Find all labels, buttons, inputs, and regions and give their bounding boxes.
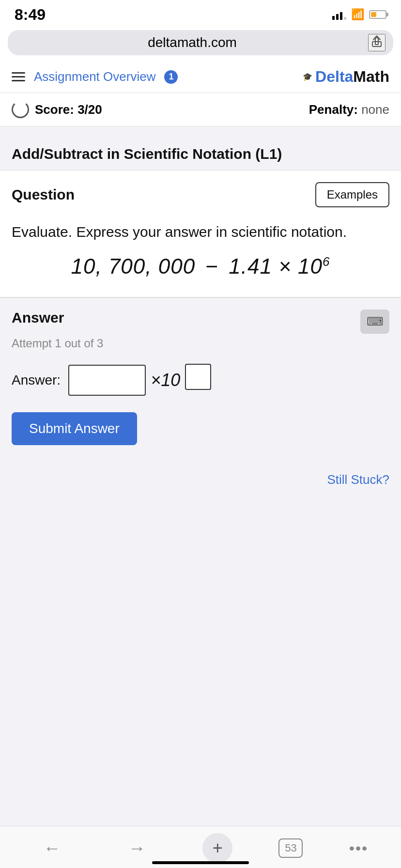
more-button[interactable]: ••• <box>349 839 369 857</box>
penalty-area: Penalty: none <box>309 102 389 117</box>
home-indicator <box>152 861 249 864</box>
keyboard-button[interactable]: ⌨ <box>360 310 389 334</box>
wifi-icon: 📶 <box>351 8 364 21</box>
submit-answer-button[interactable]: Submit Answer <box>12 412 137 445</box>
answer-coefficient-input[interactable] <box>68 365 146 396</box>
logo-text: DeltaMath <box>315 68 389 86</box>
problem-title-area: Add/Subtract in Scientific Notation (L1) <box>0 136 401 170</box>
problem-title: Add/Subtract in Scientific Notation (L1) <box>12 146 282 162</box>
status-time: 8:49 <box>15 6 46 24</box>
back-button[interactable]: ← <box>33 836 72 860</box>
answer-card: Answer ⌨ Attempt 1 out of 3 Answer: ×10 … <box>0 297 401 461</box>
attempt-text: Attempt 1 out of 3 <box>12 337 389 350</box>
question-header: Question Examples <box>12 182 389 207</box>
answer-label: Answer <box>12 310 64 326</box>
answer-exponent-input-box[interactable] <box>185 364 211 390</box>
answer-prefix: Answer: <box>12 372 61 388</box>
still-stuck-area: Still Stuck? <box>0 461 401 495</box>
logo-delta: Delta <box>315 68 353 85</box>
url-bar-container: deltamath.com <box>0 26 401 61</box>
url-bar[interactable]: deltamath.com <box>8 30 393 55</box>
answer-row: Answer: ×10 <box>12 364 389 397</box>
assignment-overview-link[interactable]: Assignment Overview <box>34 69 155 84</box>
score-left: Score: 3/20 <box>12 101 102 118</box>
score-value: Score: 3/20 <box>35 102 102 117</box>
forward-button[interactable]: → <box>118 836 156 860</box>
assignment-badge: 1 <box>164 70 178 84</box>
examples-button[interactable]: Examples <box>315 182 389 207</box>
question-card: Question Examples Evaluate. Express your… <box>0 170 401 297</box>
keyboard-icon: ⌨ <box>367 315 384 328</box>
logo-cap-icon: 🎓 <box>303 72 312 81</box>
question-label: Question <box>12 186 75 203</box>
status-bar: 8:49 📶 <box>0 0 401 26</box>
battery-icon <box>369 10 386 19</box>
share-icon <box>371 35 382 50</box>
share-button[interactable] <box>368 34 386 51</box>
question-instruction: Evaluate. Express your answer in scienti… <box>12 221 389 243</box>
logo-math: Math <box>353 68 389 85</box>
main-content: Add/Subtract in Scientific Notation (L1)… <box>0 126 401 505</box>
math-expression: 10, 700, 000 − 1.41 × 106 <box>12 254 389 279</box>
status-icons: 📶 <box>332 8 386 21</box>
still-stuck-link[interactable]: Still Stuck? <box>327 472 389 487</box>
nav-bar: Assignment Overview 1 🎓 DeltaMath <box>0 61 401 93</box>
answer-header: Answer ⌨ <box>12 310 389 334</box>
hamburger-menu[interactable] <box>12 72 25 81</box>
add-tab-button[interactable]: + <box>202 833 232 863</box>
times-ten-label: ×10 <box>151 370 180 390</box>
deltamath-logo: 🎓 DeltaMath <box>303 68 389 86</box>
answer-exponent-input[interactable] <box>186 365 210 389</box>
tab-count-button[interactable]: 53 <box>278 838 303 858</box>
score-bar: Score: 3/20 Penalty: none <box>0 93 401 126</box>
signal-icon <box>332 9 346 20</box>
score-circle-icon <box>12 101 29 118</box>
url-text: deltamath.com <box>148 35 237 50</box>
